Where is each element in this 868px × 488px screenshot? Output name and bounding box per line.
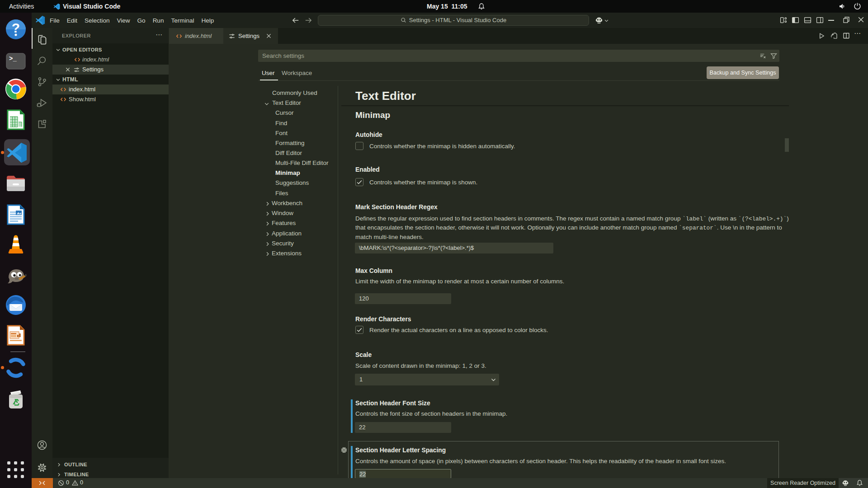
svg-text:?: ?	[12, 20, 20, 35]
svg-text:>_: >_	[9, 55, 17, 62]
